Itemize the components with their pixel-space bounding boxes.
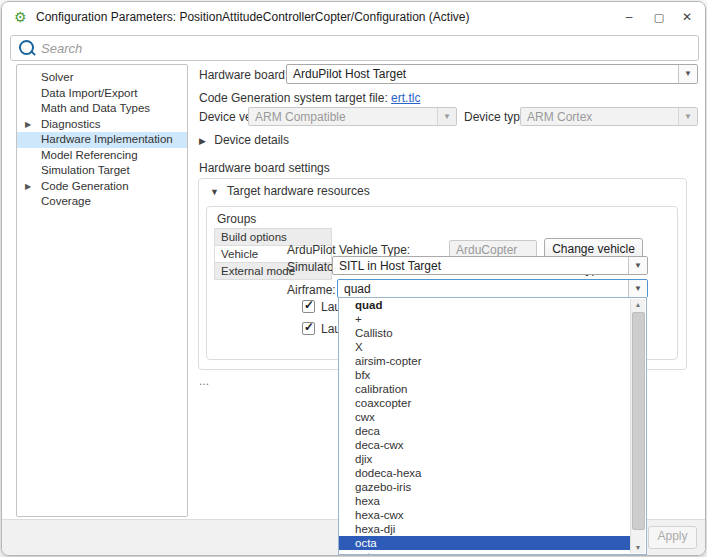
scroll-up-icon[interactable]: ▲ <box>631 299 645 311</box>
simulator-value: SITL in Host Target <box>339 257 627 275</box>
vehicle-type-label: ArduPilot Vehicle Type: <box>287 243 410 257</box>
dropdown-option[interactable]: X <box>339 340 631 354</box>
dropdown-option[interactable]: gazebo-iris <box>339 480 631 494</box>
hardware-board-settings-heading: Hardware board settings <box>199 161 330 175</box>
ert-tlc-link[interactable]: ert.tlc <box>391 91 420 105</box>
title-bar: ⚙ Configuration Parameters: PositionAtti… <box>2 2 705 32</box>
sidebar-item-label: Model Referencing <box>41 149 138 161</box>
dropdown-option[interactable]: airsim-copter <box>339 354 631 368</box>
search-bar <box>10 35 699 61</box>
device-vendor-value: ARM Compatible <box>255 108 436 126</box>
close-button[interactable]: ✕ <box>671 2 703 32</box>
checkbox-checked[interactable]: ✓ <box>302 322 315 335</box>
dropdown-option[interactable]: deca <box>339 424 631 438</box>
configuration-parameters-dialog: ⚙ Configuration Parameters: PositionAtti… <box>1 1 706 556</box>
resources-expander[interactable]: ▼ Target hardware resources <box>206 184 374 198</box>
minimize-button[interactable]: – <box>613 2 645 32</box>
airframe-combo[interactable]: quad ▼ <box>337 279 648 298</box>
window-title: Configuration Parameters: PositionAttitu… <box>36 10 470 24</box>
sidebar-item-hardware-implementation[interactable]: Hardware Implementation <box>17 132 187 148</box>
dropdown-option-highlighted[interactable]: octa <box>339 536 631 550</box>
device-details-expander[interactable]: ▶ Device details <box>199 133 289 147</box>
dropdown-option[interactable]: deca-cwx <box>339 438 631 452</box>
dropdown-option[interactable]: djix <box>339 452 631 466</box>
apply-button[interactable]: Apply <box>648 526 697 549</box>
sidebar-item-label: Math and Data Types <box>41 102 150 114</box>
airframe-dropdown-list: quad + Callisto X airsim-copter bfx cali… <box>338 297 647 555</box>
expand-arrow-icon[interactable]: ▶ <box>25 179 31 195</box>
sidebar-item-label: Hardware Implementation <box>41 133 173 145</box>
chevron-down-icon[interactable]: ▼ <box>628 280 647 297</box>
dropdown-option[interactable]: + <box>339 312 631 326</box>
sidebar-item-label: Coverage <box>41 195 91 207</box>
search-icon <box>19 40 34 55</box>
sidebar-item-coverage[interactable]: Coverage <box>17 194 187 210</box>
sidebar-item-label: Solver <box>41 71 74 83</box>
sidebar-item-simulation-target[interactable]: Simulation Target <box>17 163 187 179</box>
sidebar-item-label: Simulation Target <box>41 164 130 176</box>
dropdown-option[interactable]: hexa <box>339 494 631 508</box>
sidebar-item-data-import-export[interactable]: Data Import/Export <box>17 86 187 102</box>
dropdown-option[interactable]: quad <box>339 298 631 312</box>
airframe-value: quad <box>344 280 627 298</box>
hardware-board-value: ArduPilot Host Target <box>293 65 677 83</box>
dropdown-option[interactable]: bfx <box>339 368 631 382</box>
scrollbar-thumb[interactable] <box>632 312 645 530</box>
chevron-down-icon[interactable]: ▼ <box>678 65 697 83</box>
sidebar-item-solver[interactable]: Solver <box>17 70 187 86</box>
sidebar-item-math-and-data-types[interactable]: Math and Data Types <box>17 101 187 117</box>
sidebar-item-diagnostics[interactable]: ▶Diagnostics <box>17 117 187 133</box>
chevron-down-icon: ▼ <box>678 108 697 125</box>
dropdown-option[interactable]: calibration <box>339 382 631 396</box>
checkmark-icon: ✓ <box>304 320 314 334</box>
collapsed-arrow-icon[interactable]: ▶ <box>199 136 206 146</box>
dropdown-option[interactable]: dodeca-hexa <box>339 466 631 480</box>
airframe-label: Airframe: <box>287 283 336 297</box>
search-input[interactable] <box>39 38 683 58</box>
expanded-arrow-icon[interactable]: ▼ <box>210 187 219 197</box>
resources-label: Target hardware resources <box>227 184 370 198</box>
dropdown-option[interactable]: octa-cwx <box>339 550 631 555</box>
dropdown-option[interactable]: hexa-dji <box>339 522 631 536</box>
sidebar-item-model-referencing[interactable]: Model Referencing <box>17 148 187 164</box>
sidebar-item-label: Diagnostics <box>41 118 100 130</box>
category-tree: Solver Data Import/Export Math and Data … <box>16 64 188 517</box>
scroll-down-icon[interactable]: ▼ <box>631 542 645 554</box>
device-details-label: Device details <box>214 133 289 147</box>
simulink-gear-icon: ⚙ <box>14 8 27 26</box>
sidebar-item-label: Data Import/Export <box>41 87 138 99</box>
hardware-board-label: Hardware board: <box>199 68 288 82</box>
target-file-label: Code Generation system target file: ert.… <box>199 91 420 105</box>
more-content-ellipsis: ... <box>199 374 209 388</box>
dropdown-scrollbar[interactable]: ▲ ▼ <box>630 299 645 553</box>
dropdown-option[interactable]: cwx <box>339 410 631 424</box>
sidebar-item-label: Code Generation <box>41 180 129 192</box>
device-type-value: ARM Cortex <box>527 108 677 126</box>
expand-arrow-icon[interactable]: ▶ <box>25 117 31 133</box>
hardware-board-combo[interactable]: ArduPilot Host Target ▼ <box>286 64 698 84</box>
device-type-combo: ARM Cortex ▼ <box>520 107 698 126</box>
sidebar-item-code-generation[interactable]: ▶Code Generation <box>17 179 187 195</box>
checkbox-checked[interactable]: ✓ <box>302 300 315 313</box>
device-vendor-combo: ARM Compatible ▼ <box>248 107 457 126</box>
checkmark-icon: ✓ <box>304 298 314 312</box>
groups-label: Groups <box>214 212 259 226</box>
target-file-label-text: Code Generation system target file: <box>199 91 388 105</box>
dropdown-option[interactable]: Callisto <box>339 326 631 340</box>
dropdown-option[interactable]: coaxcopter <box>339 396 631 410</box>
chevron-down-icon: ▼ <box>437 108 456 125</box>
simulator-combo[interactable]: SITL in Host Target ▼ <box>332 256 648 275</box>
chevron-down-icon[interactable]: ▼ <box>628 257 647 274</box>
dropdown-option[interactable]: hexa-cwx <box>339 508 631 522</box>
